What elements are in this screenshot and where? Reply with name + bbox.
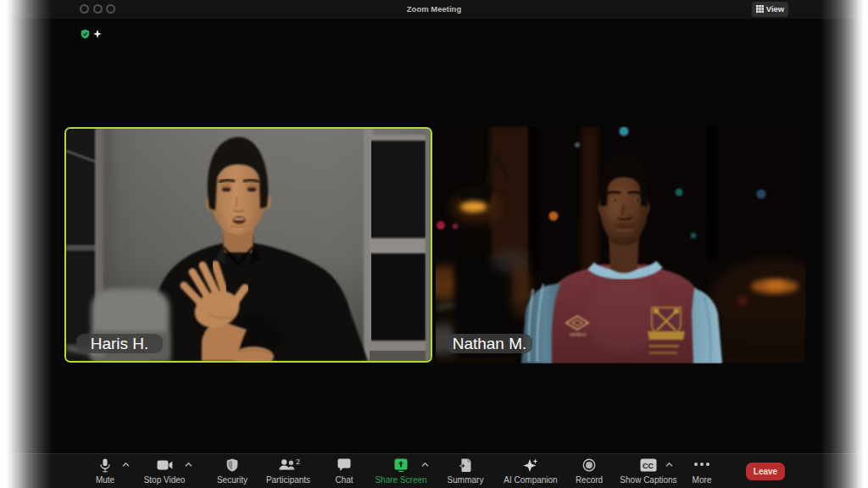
svg-text:2: 2 [296, 458, 300, 466]
svg-text:CC: CC [643, 462, 654, 470]
svg-text:umbro: umbro [570, 331, 587, 337]
